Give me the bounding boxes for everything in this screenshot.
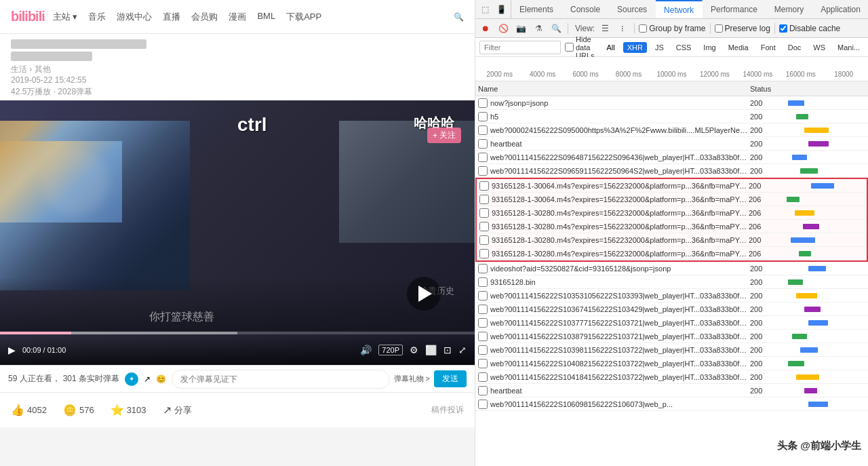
table-row[interactable]: now?jsonp=jsonp 200 bbox=[475, 96, 868, 110]
network-list[interactable]: now?jsonp=jsonp 200 h5 200 web?000024156… bbox=[475, 96, 868, 466]
device-icon-btn[interactable]: 📱 bbox=[494, 3, 508, 16]
view-waterfall-btn[interactable]: ⫶ bbox=[615, 21, 630, 36]
nav-games[interactable]: 游戏中心 bbox=[117, 11, 152, 23]
row-checkbox[interactable] bbox=[478, 372, 488, 382]
row-checkbox[interactable] bbox=[478, 98, 488, 108]
play-button-overlay[interactable] bbox=[407, 277, 441, 311]
row-checkbox[interactable] bbox=[479, 222, 489, 231]
nav-manga[interactable]: 漫画 bbox=[229, 11, 246, 23]
progress-bar-area[interactable] bbox=[0, 332, 475, 334]
send-button[interactable]: 发送 bbox=[434, 370, 467, 387]
tab-application[interactable]: Application bbox=[812, 0, 868, 18]
table-row[interactable]: web?001114156222S096487156222S096436|web… bbox=[475, 151, 868, 164]
group-by-frame-checkbox[interactable] bbox=[639, 24, 647, 33]
table-row[interactable]: 93165128-1-30280.m4s?expires=1562232000&… bbox=[477, 233, 867, 247]
row-checkbox[interactable] bbox=[478, 291, 488, 300]
tab-performance[interactable]: Performance bbox=[703, 0, 766, 18]
theater-btn[interactable]: ⬜ bbox=[425, 345, 437, 355]
preserve-log-checkbox[interactable] bbox=[715, 24, 723, 33]
row-checkbox[interactable] bbox=[479, 195, 489, 204]
row-checkbox[interactable] bbox=[478, 112, 488, 121]
row-checkbox[interactable] bbox=[478, 139, 488, 149]
tab-elements[interactable]: Elements bbox=[511, 0, 562, 18]
view-list-btn[interactable]: ☰ bbox=[597, 21, 612, 36]
disable-cache-label[interactable]: Disable cache bbox=[779, 24, 840, 33]
pip-btn[interactable]: ⊡ bbox=[443, 345, 452, 355]
filter-font[interactable]: Font bbox=[757, 42, 780, 53]
table-row[interactable]: web?000024156222S095000https%3A%2F%2Fwww… bbox=[475, 123, 868, 137]
row-checkbox[interactable] bbox=[479, 249, 489, 258]
inspect-icon-btn[interactable]: ⬚ bbox=[478, 3, 492, 16]
share-icon[interactable]: ↗ bbox=[144, 374, 151, 384]
table-row[interactable]: web?001114156222S103777156222S103721|web… bbox=[475, 316, 868, 330]
hide-data-urls-checkbox[interactable] bbox=[565, 43, 574, 52]
table-row[interactable]: web?001114156222S103981156222S103722|web… bbox=[475, 343, 868, 357]
filter-all[interactable]: All bbox=[602, 42, 618, 53]
table-row[interactable]: h5 200 bbox=[475, 110, 868, 123]
filter-manifest[interactable]: Mani... bbox=[833, 42, 864, 53]
table-row[interactable]: 93165128-1-30280.m4s?expires=1562232000&… bbox=[477, 206, 867, 220]
search-btn[interactable]: 🔍 bbox=[549, 21, 564, 36]
row-checkbox[interactable] bbox=[478, 359, 488, 368]
preserve-log-label[interactable]: Preserve log bbox=[715, 24, 770, 33]
table-row[interactable]: 93165128-1-30064.m4s?expires=1562232000&… bbox=[477, 179, 867, 193]
filter-xhr[interactable]: XHR bbox=[623, 42, 647, 53]
fullscreen-btn[interactable]: ⤢ bbox=[458, 345, 467, 355]
tab-sources[interactable]: Sources bbox=[609, 0, 656, 18]
nav-download[interactable]: 下载APP bbox=[286, 11, 321, 23]
table-row[interactable]: web?001114156222S103879156222S103721|web… bbox=[475, 330, 868, 343]
row-checkbox[interactable] bbox=[478, 125, 488, 135]
row-checkbox[interactable] bbox=[478, 264, 488, 273]
table-row[interactable]: web?001114156222S104184156222S103722|web… bbox=[475, 370, 868, 384]
camera-btn[interactable]: 📷 bbox=[513, 21, 528, 36]
row-checkbox[interactable] bbox=[479, 181, 489, 191]
disable-cache-checkbox[interactable] bbox=[779, 24, 787, 33]
favorite-button[interactable]: ⭐ 3103 bbox=[111, 404, 146, 416]
clear-btn[interactable]: 🚫 bbox=[496, 21, 511, 36]
nav-bml[interactable]: BML bbox=[257, 11, 275, 23]
table-row[interactable]: web?001114156222S104082156222S103722|web… bbox=[475, 357, 868, 370]
gift-link[interactable]: 弹幕礼物 > bbox=[394, 374, 430, 384]
row-checkbox[interactable] bbox=[478, 277, 488, 287]
volume-btn[interactable]: 🔊 bbox=[360, 345, 372, 355]
table-row[interactable]: web?001114156222S103531056222S103393|web… bbox=[475, 289, 868, 303]
row-checkbox[interactable] bbox=[478, 332, 488, 341]
coin-button[interactable]: 🪙 576 bbox=[63, 404, 94, 416]
quality-badge[interactable]: 720P bbox=[378, 345, 403, 355]
video-player[interactable]: ctrl 哈哈哈 + 关注 你打篮球慈善 珍贵历史 ▶ 00:09 / 01:0… bbox=[0, 100, 475, 365]
table-row[interactable]: 93165128-1-30280.m4s?expires=1562232000&… bbox=[477, 220, 867, 233]
play-pause-btn[interactable]: ▶ bbox=[8, 345, 16, 355]
share-button[interactable]: ↗ 分享 bbox=[163, 404, 192, 416]
settings-btn[interactable]: ⚙ bbox=[410, 345, 418, 355]
table-row[interactable]: web?001114156222S103674156222S103429|web… bbox=[475, 303, 868, 316]
col-status-header[interactable]: Status bbox=[750, 85, 784, 93]
filter-img[interactable]: Img bbox=[699, 42, 719, 53]
row-checkbox[interactable] bbox=[478, 345, 488, 355]
table-row[interactable]: 93165128-1-30280.m4s?expires=1562232000&… bbox=[477, 247, 867, 260]
nav-home[interactable]: 主站 ▾ bbox=[53, 11, 78, 23]
report-button[interactable]: 稿件投诉 bbox=[431, 404, 464, 416]
nav-music[interactable]: 音乐 bbox=[88, 11, 106, 23]
row-checkbox[interactable] bbox=[478, 386, 488, 395]
nav-vip[interactable]: 会员购 bbox=[191, 11, 218, 23]
row-checkbox[interactable] bbox=[478, 318, 488, 328]
follow-button[interactable]: + 关注 bbox=[427, 128, 461, 143]
search-icon[interactable]: 🔍 bbox=[454, 12, 464, 22]
filter-toggle-btn[interactable]: ⚗ bbox=[531, 21, 546, 36]
col-name-header[interactable]: Name bbox=[478, 85, 750, 93]
table-row[interactable]: web?001114156222S09659115622250964S2|web… bbox=[475, 164, 868, 178]
table-row[interactable]: web?001114156222S106098156222S106073|web… bbox=[475, 397, 868, 411]
table-row[interactable]: 93165128.bin 200 bbox=[475, 275, 868, 289]
timeline-bar[interactable]: 2000 ms 4000 ms 6000 ms 8000 ms 10000 ms… bbox=[475, 57, 868, 81]
table-row[interactable]: videoshot?aid=53250827&cid=93165128&json… bbox=[475, 262, 868, 275]
table-row[interactable]: heartbeat 200 bbox=[475, 384, 868, 397]
filter-media[interactable]: Media bbox=[724, 42, 753, 53]
table-row[interactable]: 93165128-1-30064.m4s?expires=1562232000&… bbox=[477, 193, 867, 206]
danmaku-input[interactable] bbox=[172, 370, 389, 389]
nav-live[interactable]: 直播 bbox=[163, 11, 180, 23]
tab-memory[interactable]: Memory bbox=[766, 0, 812, 18]
row-checkbox[interactable] bbox=[478, 400, 488, 409]
row-checkbox[interactable] bbox=[478, 305, 488, 314]
row-checkbox[interactable] bbox=[478, 166, 488, 176]
hide-data-urls-label[interactable]: Hide data URLs bbox=[565, 35, 598, 60]
